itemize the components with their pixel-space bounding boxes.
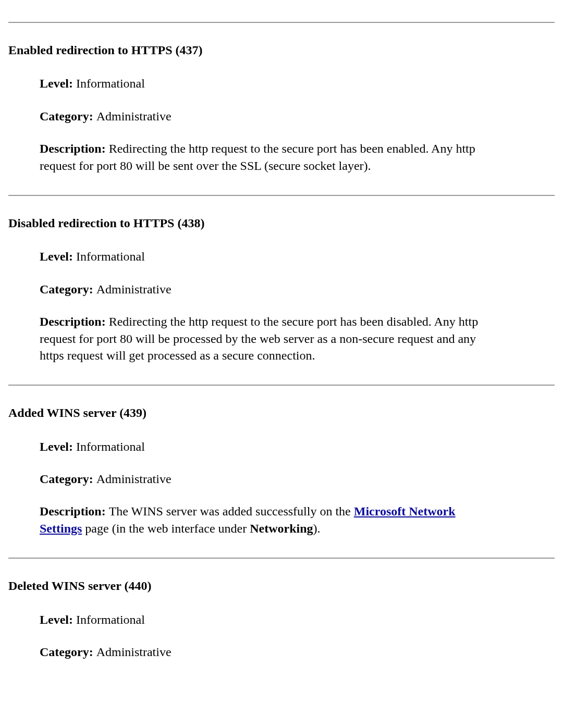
level-field: Level:Informational	[40, 248, 483, 265]
description-label: Description:	[40, 315, 109, 328]
category-field: Category:Administrative	[40, 471, 483, 487]
level-value: Informational	[76, 613, 145, 626]
level-value: Informational	[76, 77, 145, 90]
category-value: Administrative	[96, 282, 172, 296]
category-field: Category:Administrative	[40, 644, 483, 660]
category-label: Category:	[40, 109, 96, 123]
event-entry: Disabled redirection to HTTPS (438) Leve…	[8, 215, 555, 364]
description-field: Description:The WINS server was added su…	[40, 503, 483, 537]
entry-title: Deleted WINS server (440)	[8, 577, 555, 594]
divider	[8, 558, 555, 559]
description-field: Description:Redirecting the http request…	[40, 140, 483, 174]
level-label: Level:	[40, 613, 76, 626]
category-field: Category:Administrative	[40, 281, 483, 298]
divider	[8, 195, 555, 196]
level-label: Level:	[40, 250, 76, 263]
event-entry: Added WINS server (439) Level:Informatio…	[8, 404, 555, 537]
document-page: Enabled redirection to HTTPS (437) Level…	[0, 22, 563, 697]
event-entry: Deleted WINS server (440) Level:Informat…	[8, 577, 555, 660]
entry-fields: Level:Informational Category:Administrat…	[40, 75, 555, 174]
level-field: Level:Informational	[40, 75, 483, 92]
description-field: Description:Redirecting the http request…	[40, 313, 483, 364]
category-label: Category:	[40, 282, 96, 296]
entry-fields: Level:Informational Category:Administrat…	[40, 611, 555, 661]
description-label: Description:	[40, 504, 109, 518]
category-field: Category:Administrative	[40, 108, 483, 125]
divider	[8, 385, 555, 386]
level-value: Informational	[76, 250, 145, 263]
divider	[8, 22, 555, 23]
entry-fields: Level:Informational Category:Administrat…	[40, 248, 555, 364]
level-label: Level:	[40, 440, 76, 453]
level-field: Level:Informational	[40, 611, 483, 628]
level-label: Level:	[40, 77, 76, 90]
category-value: Administrative	[96, 645, 172, 659]
level-field: Level:Informational	[40, 438, 483, 455]
category-value: Administrative	[96, 472, 172, 486]
entry-title: Disabled redirection to HTTPS (438)	[8, 215, 555, 231]
event-entry: Enabled redirection to HTTPS (437) Level…	[8, 42, 555, 174]
entry-title: Enabled redirection to HTTPS (437)	[8, 42, 555, 58]
category-value: Administrative	[96, 109, 172, 123]
category-label: Category:	[40, 645, 96, 659]
entry-fields: Level:Informational Category:Administrat…	[40, 438, 555, 537]
description-bold: Networking	[250, 522, 313, 535]
entry-title: Added WINS server (439)	[8, 404, 555, 421]
category-label: Category:	[40, 472, 96, 486]
description-label: Description:	[40, 142, 109, 155]
level-value: Informational	[76, 440, 145, 453]
